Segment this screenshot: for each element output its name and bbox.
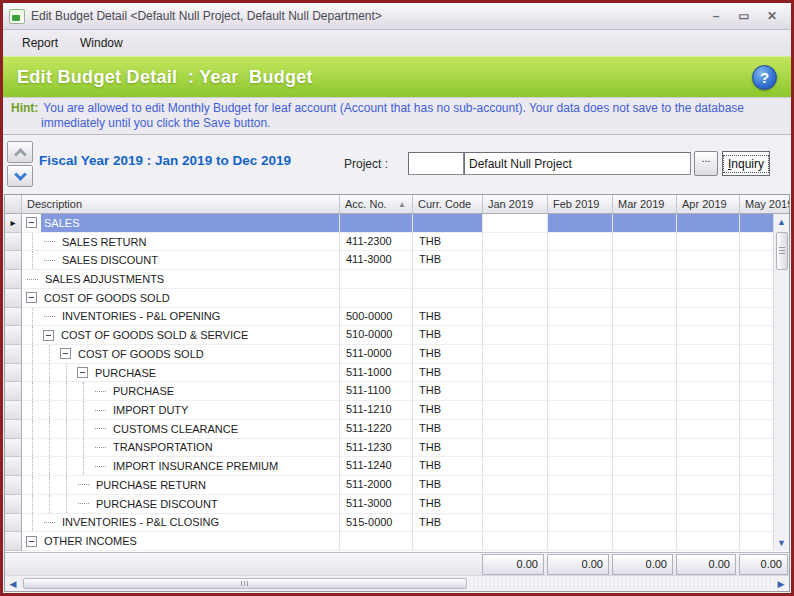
- maximize-icon[interactable]: ▭: [737, 9, 751, 23]
- curr-code-cell[interactable]: THB: [413, 476, 483, 495]
- description-cell[interactable]: PURCHASE DISCOUNT: [22, 495, 340, 514]
- month-value-cell[interactable]: [483, 326, 548, 345]
- tree-collapse-icon[interactable]: [26, 536, 37, 547]
- month-value-cell[interactable]: [613, 326, 677, 345]
- month-value-cell[interactable]: [613, 289, 677, 308]
- month-value-cell[interactable]: [548, 233, 613, 252]
- description-cell[interactable]: PURCHASE: [22, 382, 340, 401]
- project-code-field[interactable]: [408, 152, 464, 175]
- scroll-down-icon[interactable]: ▼: [774, 535, 790, 551]
- description-cell[interactable]: OTHER INCOMES: [22, 532, 340, 551]
- row-indicator-cell[interactable]: [5, 382, 22, 401]
- scroll-up-icon[interactable]: ▲: [774, 214, 790, 230]
- month-value-cell[interactable]: [483, 401, 548, 420]
- month-value-cell[interactable]: [483, 345, 548, 364]
- acc-no-cell[interactable]: 511-1220: [340, 420, 413, 439]
- vertical-scrollbar-thumb[interactable]: [776, 232, 788, 270]
- fiscal-year-up-button[interactable]: [7, 141, 33, 163]
- acc-no-cell[interactable]: 511-1100: [340, 382, 413, 401]
- description-cell[interactable]: COST OF GOODS SOLD: [22, 289, 340, 308]
- row-indicator-cell[interactable]: [5, 476, 22, 495]
- fiscal-year-down-button[interactable]: [7, 165, 33, 187]
- row-indicator-cell[interactable]: [5, 495, 22, 514]
- tree-collapse-icon[interactable]: [77, 367, 88, 378]
- month-value-cell[interactable]: [613, 214, 677, 233]
- month-value-cell[interactable]: [677, 495, 740, 514]
- column-header-acc-no-[interactable]: Acc. No.▲: [340, 195, 413, 213]
- month-value-cell[interactable]: [677, 420, 740, 439]
- row-indicator-cell[interactable]: [5, 532, 22, 551]
- month-value-cell[interactable]: [483, 214, 548, 233]
- month-value-cell[interactable]: [677, 251, 740, 270]
- table-row[interactable]: SALES RETURN411-2300THB: [5, 233, 789, 252]
- month-value-cell[interactable]: [483, 495, 548, 514]
- month-value-cell[interactable]: [677, 270, 740, 289]
- acc-no-cell[interactable]: 511-1000: [340, 364, 413, 383]
- table-row[interactable]: INVENTORIES - P&L CLOSING515-0000THB: [5, 514, 789, 533]
- project-name-field[interactable]: [464, 152, 691, 175]
- tree-collapse-icon[interactable]: [26, 217, 37, 228]
- month-value-cell[interactable]: [483, 420, 548, 439]
- row-indicator-cell[interactable]: [5, 457, 22, 476]
- table-row[interactable]: INVENTORIES - P&L OPENING500-0000THB: [5, 308, 789, 327]
- month-value-cell[interactable]: [548, 457, 613, 476]
- description-cell[interactable]: SALES RETURN: [22, 233, 340, 252]
- row-indicator-cell[interactable]: [5, 308, 22, 327]
- close-icon[interactable]: ✕: [765, 9, 779, 23]
- row-indicator-cell[interactable]: [5, 289, 22, 308]
- column-header-may-2019[interactable]: May 2019: [740, 195, 789, 213]
- table-row[interactable]: TRANSPORTATION511-1230THB: [5, 439, 789, 458]
- month-value-cell[interactable]: [613, 514, 677, 533]
- column-header-mar-2019[interactable]: Mar 2019: [613, 195, 677, 213]
- row-indicator-cell[interactable]: [5, 420, 22, 439]
- column-header-curr-code[interactable]: Curr. Code: [413, 195, 483, 213]
- curr-code-cell[interactable]: THB: [413, 364, 483, 383]
- month-value-cell[interactable]: [548, 439, 613, 458]
- curr-code-cell[interactable]: [413, 214, 483, 233]
- month-value-cell[interactable]: [548, 345, 613, 364]
- tree-collapse-icon[interactable]: [43, 330, 54, 341]
- acc-no-cell[interactable]: 511-0000: [340, 345, 413, 364]
- month-value-cell[interactable]: [548, 420, 613, 439]
- month-value-cell[interactable]: [548, 214, 613, 233]
- column-header-feb-2019[interactable]: Feb 2019: [548, 195, 613, 213]
- month-value-cell[interactable]: [613, 233, 677, 252]
- acc-no-cell[interactable]: 515-0000: [340, 514, 413, 533]
- row-indicator-cell[interactable]: [5, 401, 22, 420]
- month-value-cell[interactable]: [483, 439, 548, 458]
- curr-code-cell[interactable]: THB: [413, 345, 483, 364]
- scroll-left-icon[interactable]: ◀: [5, 579, 21, 589]
- month-value-cell[interactable]: [548, 326, 613, 345]
- acc-no-cell[interactable]: 511-1230: [340, 439, 413, 458]
- description-cell[interactable]: PURCHASE: [22, 364, 340, 383]
- minimize-icon[interactable]: –: [709, 9, 723, 23]
- month-value-cell[interactable]: [677, 326, 740, 345]
- tree-collapse-icon[interactable]: [60, 348, 71, 359]
- acc-no-cell[interactable]: [340, 214, 413, 233]
- description-cell[interactable]: SALES: [22, 214, 340, 233]
- month-value-cell[interactable]: [677, 514, 740, 533]
- description-cell[interactable]: SALES DISCOUNT: [22, 251, 340, 270]
- curr-code-cell[interactable]: [413, 270, 483, 289]
- month-value-cell[interactable]: [548, 251, 613, 270]
- help-icon[interactable]: ?: [752, 65, 777, 90]
- month-value-cell[interactable]: [548, 289, 613, 308]
- acc-no-cell[interactable]: [340, 270, 413, 289]
- month-value-cell[interactable]: [677, 214, 740, 233]
- table-row[interactable]: PURCHASE RETURN511-2000THB: [5, 476, 789, 495]
- month-value-cell[interactable]: [483, 308, 548, 327]
- month-value-cell[interactable]: [548, 514, 613, 533]
- month-value-cell[interactable]: [613, 420, 677, 439]
- column-header-apr-2019[interactable]: Apr 2019: [677, 195, 740, 213]
- scroll-right-icon[interactable]: ▶: [773, 579, 789, 589]
- month-value-cell[interactable]: [548, 308, 613, 327]
- month-value-cell[interactable]: [677, 439, 740, 458]
- month-value-cell[interactable]: [677, 233, 740, 252]
- acc-no-cell[interactable]: 511-1210: [340, 401, 413, 420]
- acc-no-cell[interactable]: 500-0000: [340, 308, 413, 327]
- description-cell[interactable]: INVENTORIES - P&L CLOSING: [22, 514, 340, 533]
- month-value-cell[interactable]: [677, 345, 740, 364]
- month-value-cell[interactable]: [677, 476, 740, 495]
- curr-code-cell[interactable]: THB: [413, 251, 483, 270]
- acc-no-cell[interactable]: 510-0000: [340, 326, 413, 345]
